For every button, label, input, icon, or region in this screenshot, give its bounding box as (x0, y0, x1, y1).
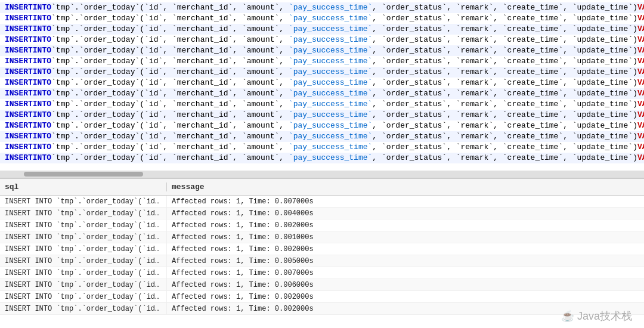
sql-body: `tmp`.`order_today`(`id`, `merchant_id`,… (51, 88, 637, 99)
keyword-into: INTO (33, 131, 51, 142)
sql-body: `tmp`.`order_today`(`id`, `merchant_id`,… (51, 56, 637, 67)
sql-line: INSERT INTO `tmp`.`order_today`(`id`, `m… (0, 45, 644, 56)
sql-body: `tmp`.`order_today`(`id`, `merchant_id`,… (51, 67, 637, 78)
keyword-insert: INSERT (5, 67, 33, 78)
table-row: INSERT INTO `tmp`.`order_today`(`id`, `m… (0, 303, 644, 315)
sql-body: `tmp`.`order_today`(`id`, `merchant_id`,… (51, 131, 637, 142)
keyword-insert: INSERT (5, 99, 33, 110)
sql-line: INSERT INTO `tmp`.`order_today`(`id`, `m… (0, 24, 644, 35)
sql-editor-output: INSERT INTO `tmp`.`order_today`(`id`, `m… (0, 0, 644, 179)
keyword-insert: INSERT (5, 56, 33, 67)
cell-sql: INSERT INTO `tmp`.`order_today`(`id`, `m… (0, 208, 167, 219)
cell-sql: INSERT INTO `tmp`.`order_today`(`id`, `m… (0, 231, 167, 243)
table-row: INSERT INTO `tmp`.`order_today`(`id`, `m… (0, 279, 644, 291)
sql-line: INSERT INTO `tmp`.`order_today`(`id`, `m… (0, 131, 644, 142)
keyword-val: VAL (637, 13, 644, 24)
keyword-into: INTO (33, 56, 51, 67)
keyword-val: VAL (637, 120, 644, 131)
sql-body: `tmp`.`order_today`(`id`, `merchant_id`,… (51, 2, 637, 13)
cell-sql: INSERT INTO `tmp`.`order_today`(`id`, `m… (0, 279, 167, 290)
horizontal-scrollbar[interactable] (0, 171, 644, 178)
cell-sql: INSERT INTO `tmp`.`order_today`(`id`, `m… (0, 303, 167, 314)
sql-line: INSERT INTO `tmp`.`order_today`(`id`, `m… (0, 88, 644, 99)
keyword-val: VAL (637, 153, 644, 163)
sql-body: `tmp`.`order_today`(`id`, `merchant_id`,… (51, 99, 637, 110)
keyword-into: INTO (33, 110, 51, 120)
sql-line: INSERT INTO `tmp`.`order_today`(`id`, `m… (0, 99, 644, 110)
sql-line: INSERT INTO `tmp`.`order_today`(`id`, `m… (0, 110, 644, 120)
keyword-val: VAL (637, 35, 644, 45)
sql-body: `tmp`.`order_today`(`id`, `merchant_id`,… (51, 24, 637, 35)
sql-lines: INSERT INTO `tmp`.`order_today`(`id`, `m… (0, 0, 644, 166)
watermark: ☕ Java技术栈 (561, 309, 632, 323)
keyword-insert: INSERT (5, 78, 33, 88)
keyword-into: INTO (33, 142, 51, 153)
keyword-insert: INSERT (5, 131, 33, 142)
cell-message: Affected rows: 1, Time: 0.002000s (167, 291, 644, 302)
keyword-val: VAL (637, 131, 644, 142)
keyword-insert: INSERT (5, 24, 33, 35)
sql-line: INSERT INTO `tmp`.`order_today`(`id`, `m… (0, 142, 644, 153)
keyword-insert: INSERT (5, 153, 33, 163)
keyword-val: VAL (637, 2, 644, 13)
keyword-insert: INSERT (5, 142, 33, 153)
keyword-into: INTO (33, 35, 51, 45)
keyword-val: VAL (637, 142, 644, 153)
keyword-val: VAL (637, 99, 644, 110)
keyword-into: INTO (33, 99, 51, 110)
sql-body: `tmp`.`order_today`(`id`, `merchant_id`,… (51, 78, 637, 88)
sql-body: `tmp`.`order_today`(`id`, `merchant_id`,… (51, 45, 637, 56)
col-header-sql: sql (0, 182, 167, 191)
keyword-into: INTO (33, 153, 51, 163)
sql-body: `tmp`.`order_today`(`id`, `merchant_id`,… (51, 13, 637, 24)
keyword-into: INTO (33, 78, 51, 88)
sql-line: INSERT INTO `tmp`.`order_today`(`id`, `m… (0, 56, 644, 67)
cell-message: Affected rows: 1, Time: 0.002000s (167, 219, 644, 231)
keyword-val: VAL (637, 110, 644, 120)
table-row: INSERT INTO `tmp`.`order_today`(`id`, `m… (0, 291, 644, 303)
table-row: INSERT INTO `tmp`.`order_today`(`id`, `m… (0, 219, 644, 231)
keyword-insert: INSERT (5, 45, 33, 56)
keyword-val: VAL (637, 67, 644, 78)
keyword-into: INTO (33, 24, 51, 35)
table-row: INSERT INTO `tmp`.`order_today`(`id`, `m… (0, 243, 644, 255)
cell-message: Affected rows: 1, Time: 0.001000s (167, 231, 644, 243)
sql-line: INSERT INTO `tmp`.`order_today`(`id`, `m… (0, 67, 644, 78)
keyword-insert: INSERT (5, 35, 33, 45)
keyword-insert: INSERT (5, 120, 33, 131)
cell-message: Affected rows: 1, Time: 0.006000s (167, 279, 644, 290)
sql-line: INSERT INTO `tmp`.`order_today`(`id`, `m… (0, 35, 644, 45)
sql-body: `tmp`.`order_today`(`id`, `merchant_id`,… (51, 142, 637, 153)
keyword-val: VAL (637, 88, 644, 99)
keyword-into: INTO (33, 2, 51, 13)
sql-body: `tmp`.`order_today`(`id`, `merchant_id`,… (51, 35, 637, 45)
keyword-into: INTO (33, 88, 51, 99)
keyword-val: VAL (637, 24, 644, 35)
sql-line: INSERT INTO `tmp`.`order_today`(`id`, `m… (0, 13, 644, 24)
table-row: INSERT INTO `tmp`.`order_today`(`id`, `m… (0, 231, 644, 243)
table-row: INSERT INTO `tmp`.`order_today`(`id`, `m… (0, 208, 644, 219)
scrollbar-thumb[interactable] (24, 172, 143, 177)
col-header-message: message (167, 182, 644, 191)
result-table-header: sql message (0, 179, 644, 196)
keyword-val: VAL (637, 45, 644, 56)
sql-line: INSERT INTO `tmp`.`order_today`(`id`, `m… (0, 153, 644, 163)
cell-sql: INSERT INTO `tmp`.`order_today`(`id`, `m… (0, 196, 167, 207)
table-row: INSERT INTO `tmp`.`order_today`(`id`, `m… (0, 196, 644, 208)
result-rows: INSERT INTO `tmp`.`order_today`(`id`, `m… (0, 196, 644, 315)
sql-line: INSERT INTO `tmp`.`order_today`(`id`, `m… (0, 78, 644, 88)
cell-sql: INSERT INTO `tmp`.`order_today`(`id`, `m… (0, 291, 167, 302)
keyword-insert: INSERT (5, 88, 33, 99)
keyword-insert: INSERT (5, 2, 33, 13)
keyword-val: VAL (637, 78, 644, 88)
keyword-into: INTO (33, 67, 51, 78)
cell-message: Affected rows: 1, Time: 0.007000s (167, 196, 644, 207)
table-row: INSERT INTO `tmp`.`order_today`(`id`, `m… (0, 267, 644, 279)
keyword-insert: INSERT (5, 110, 33, 120)
sql-body: `tmp`.`order_today`(`id`, `merchant_id`,… (51, 110, 637, 120)
cell-sql: INSERT INTO `tmp`.`order_today`(`id`, `m… (0, 255, 167, 267)
keyword-val: VAL (637, 56, 644, 67)
sql-line: INSERT INTO `tmp`.`order_today`(`id`, `m… (0, 120, 644, 131)
cell-message: Affected rows: 1, Time: 0.005000s (167, 255, 644, 267)
cell-message: Affected rows: 1, Time: 0.004000s (167, 208, 644, 219)
